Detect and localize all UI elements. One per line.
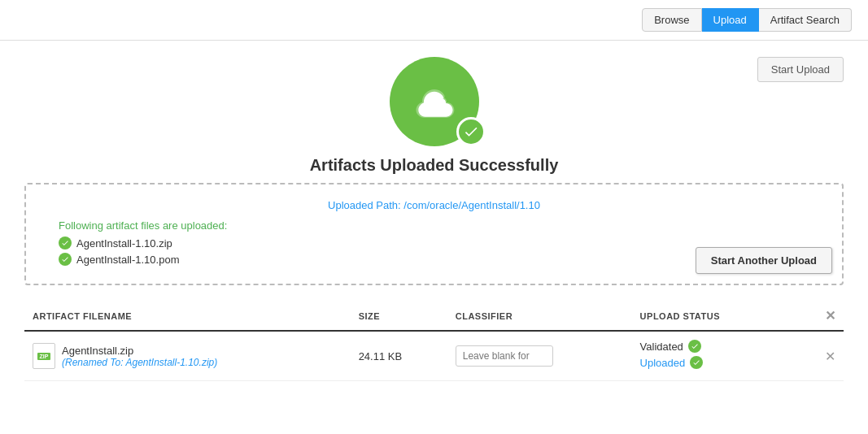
- classifier-input[interactable]: [456, 345, 553, 367]
- validated-label: Validated: [640, 341, 683, 353]
- file-name-cell: ZIP AgentInstall.zip (Renamed To: AgentI…: [33, 343, 342, 369]
- zip-file-icon: ZIP: [33, 343, 55, 369]
- upload-success-area: Artifacts Uploaded Successfully Start Up…: [24, 57, 844, 175]
- file2-check-icon: [59, 253, 72, 266]
- file1-check-icon: [59, 237, 72, 250]
- file2-name: AgentInstall-1.10.pom: [76, 254, 179, 266]
- upload-button[interactable]: Upload: [702, 8, 759, 32]
- validated-check-icon: [688, 340, 701, 353]
- table-close-icon[interactable]: ✕: [825, 309, 836, 323]
- renamed-filename: (Renamed To: AgentInstall-1.10.zip): [62, 357, 217, 368]
- table-header-row: ARTIFACT FILENAME SIZE CLASSIFIER UPLOAD…: [24, 302, 844, 331]
- col-header-classifier: CLASSIFIER: [447, 302, 632, 331]
- start-another-upload-button[interactable]: Start Another Upload: [696, 247, 832, 274]
- dashed-content-box: Uploaded Path: /com/oracle/AgentInstall/…: [24, 183, 844, 285]
- start-upload-button[interactable]: Start Upload: [757, 57, 844, 82]
- uploaded-path-label: Uploaded Path:: [328, 199, 401, 211]
- uploaded-path: Uploaded Path: /com/oracle/AgentInstall/…: [42, 199, 826, 211]
- status-uploaded: Uploaded: [640, 356, 809, 369]
- uploaded-path-value: /com/oracle/AgentInstall/1.10: [403, 199, 540, 211]
- col-header-size: SIZE: [351, 302, 447, 331]
- col-header-status: UPLOAD STATUS: [632, 302, 817, 331]
- file1-name: AgentInstall-1.10.zip: [76, 237, 172, 250]
- table-row: ZIP AgentInstall.zip (Renamed To: AgentI…: [24, 331, 844, 381]
- row-close-icon[interactable]: ✕: [825, 349, 835, 363]
- classifier-cell: [447, 331, 632, 381]
- artifact-table: ARTIFACT FILENAME SIZE CLASSIFIER UPLOAD…: [24, 302, 844, 381]
- size-cell: 24.11 KB: [351, 331, 447, 381]
- upload-icon-wrap: [390, 57, 479, 146]
- browse-button[interactable]: Browse: [642, 8, 701, 32]
- status-validated: Validated: [640, 340, 809, 353]
- checkmark-icon: [463, 124, 479, 140]
- col-header-filename: ARTIFACT FILENAME: [24, 302, 351, 331]
- col-header-close: ✕: [817, 302, 844, 331]
- main-content: Artifacts Uploaded Successfully Start Up…: [0, 41, 868, 397]
- uploaded-check-icon: [690, 356, 703, 369]
- success-title: Artifacts Uploaded Successfully: [24, 156, 844, 175]
- status-cell: Validated Uploaded: [632, 331, 817, 381]
- original-filename: AgentInstall.zip: [62, 345, 217, 357]
- row-close-cell: ✕: [817, 331, 844, 381]
- filename-cell: ZIP AgentInstall.zip (Renamed To: AgentI…: [24, 331, 351, 381]
- following-text: Following artifact files are uploaded:: [59, 219, 826, 232]
- top-navigation: Browse Upload Artifact Search: [0, 0, 868, 41]
- file-name-text: AgentInstall.zip (Renamed To: AgentInsta…: [62, 345, 217, 368]
- cloud-upload-icon: [410, 77, 459, 126]
- uploaded-label: Uploaded: [640, 357, 686, 369]
- success-check-badge: [456, 117, 486, 146]
- artifact-search-button[interactable]: Artifact Search: [759, 8, 852, 32]
